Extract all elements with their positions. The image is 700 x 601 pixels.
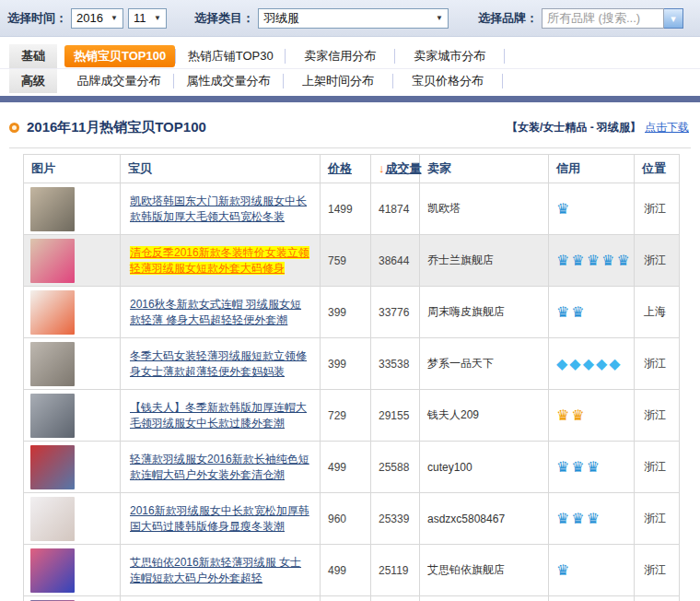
seller-name: 钱夫人209 — [427, 408, 479, 421]
credit-cell: ♛♛ — [549, 596, 635, 601]
tabs-area: 基础 热销宝贝TOP100 热销店铺TOP30 卖家信用分布 卖家城市分布 高级… — [0, 43, 700, 102]
item-image-cell — [24, 338, 121, 390]
year-select-value: 2016 — [76, 11, 103, 25]
download-link[interactable]: 点击下载 — [645, 120, 689, 136]
table-row: 冬季大码女装轻薄羽绒服短款立领修身女士薄款超薄轻便外套妈妈装 399 33538… — [24, 338, 680, 390]
tab-brand-volume-distribution[interactable]: 品牌成交量分布 — [64, 70, 173, 92]
seller-name: 乔士兰旗舰店 — [427, 253, 494, 266]
seller-name: 凯欧塔 — [427, 202, 461, 215]
seller-name: 艾思铂依旗舰店 — [427, 563, 505, 576]
year-select[interactable]: 2016 ▼ — [71, 8, 123, 29]
table-header-row: 图片 宝贝 价格 ↓成交量 卖家 信用 位置 — [24, 155, 680, 183]
tab-seller-credit-distribution[interactable]: 卖家信用分布 — [286, 45, 394, 67]
basic-tab-row: 基础 热销宝贝TOP100 热销店铺TOP30 卖家信用分布 卖家城市分布 — [0, 43, 700, 68]
item-thumbnail[interactable] — [30, 497, 75, 541]
tab-group-basic-label: 基础 — [9, 44, 57, 68]
item-location: 浙江 — [644, 408, 666, 421]
crown-blue-icon: ♛ — [556, 511, 569, 526]
items-table: 图片 宝贝 价格 ↓成交量 卖家 信用 位置 凯欧塔韩国东大门新款羽绒服女中长款… — [23, 154, 680, 601]
location-cell: 浙江 — [635, 545, 680, 596]
crown-blue-icon: ♛ — [601, 253, 614, 268]
item-sales-cell: 25588 — [371, 442, 420, 493]
item-price: 960 — [328, 513, 346, 525]
item-title-link[interactable]: 冬季大码女装轻薄羽绒服短款立领修身女士薄款超薄轻便外套妈妈装 — [130, 349, 307, 378]
orange-bullet-icon — [9, 123, 19, 133]
item-image-cell — [24, 545, 121, 596]
item-title-link[interactable]: 艾思铂依2016新款轻薄羽绒服 女士连帽短款大码户外外套超轻 — [130, 556, 301, 584]
credit-cell: ♛ — [549, 545, 635, 596]
tab-group-advanced-label: 高级 — [9, 69, 57, 93]
item-thumbnail[interactable] — [30, 548, 75, 593]
tab-hot-items-top100[interactable]: 热销宝贝TOP100 — [64, 45, 175, 67]
tab-seller-city-distribution[interactable]: 卖家城市分布 — [395, 45, 504, 67]
item-price-cell: 759 — [321, 235, 371, 287]
item-thumbnail[interactable] — [30, 394, 75, 438]
crown-gold-icon: ♛ — [571, 407, 584, 423]
item-image-cell — [24, 183, 121, 235]
item-title-link[interactable]: 2016新款羽绒服女中长款宽松加厚韩国大码过膝韩版修身显瘦冬装潮 — [130, 504, 309, 533]
item-price-cell: 1499 — [321, 183, 371, 235]
col-header-image: 图片 — [24, 155, 121, 183]
filter-bar: 选择时间： 2016 ▼ 11 ▼ 选择类目： 羽绒服 ▼ 选择品牌： ▾ — [0, 0, 700, 37]
brand-combobox: ▾ — [542, 8, 683, 29]
item-thumbnail[interactable] — [30, 342, 75, 386]
tab-listing-time-distribution[interactable]: 上架时间分布 — [284, 70, 392, 92]
item-thumbnail[interactable] — [30, 187, 75, 231]
item-price: 399 — [328, 358, 346, 371]
brand-dropdown-button[interactable]: ▾ — [664, 8, 683, 29]
item-price-cell: 499 — [321, 442, 371, 493]
location-cell — [635, 596, 680, 601]
price-sort-link[interactable]: 价格 — [328, 161, 352, 175]
month-select-value: 11 — [134, 11, 146, 25]
tab-attribute-volume-distribution[interactable]: 属性成交量分布 — [174, 70, 283, 92]
month-select[interactable]: 11 ▼ — [128, 8, 167, 29]
tab-hot-shops-top30[interactable]: 热销店铺TOP30 — [176, 45, 285, 67]
section-divider — [9, 147, 691, 148]
category-select-value: 羽绒服 — [263, 10, 299, 27]
item-price: 729 — [328, 409, 346, 422]
diamond-blue-icon: ◆ — [569, 356, 580, 371]
crown-blue-icon: ♛ — [556, 459, 569, 475]
item-location: 浙江 — [644, 357, 666, 370]
item-title-link[interactable]: 轻薄款羽绒服女2016新款长袖纯色短款连帽大码户外女装外套清仓潮 — [130, 453, 309, 481]
item-title-cell: 凯欧塔韩国东大门新款羽绒服女中长款韩版加厚大毛领大码宽松冬装 — [121, 183, 321, 235]
item-price: 499 — [328, 564, 346, 577]
col-header-sales: ↓成交量 — [371, 155, 420, 183]
item-sales-cell: 33776 — [371, 287, 420, 338]
seller-cell — [420, 596, 549, 601]
category-select[interactable]: 羽绒服 ▼ — [258, 8, 449, 29]
crown-blue-icon: ♛ — [571, 253, 584, 268]
item-thumbnail[interactable] — [30, 290, 75, 335]
item-image-cell — [24, 442, 121, 493]
item-title-cell: 轻薄款羽绒服女2016新款长袖纯色短款连帽大码户外女装外套清仓潮 — [121, 442, 321, 493]
brand-search-input[interactable] — [542, 8, 664, 29]
item-location: 浙江 — [644, 253, 666, 266]
credit-cell: ♛♛♛ — [549, 493, 635, 545]
sales-sort-link[interactable]: 成交量 — [386, 161, 422, 175]
items-table-wrap: 图片 宝贝 价格 ↓成交量 卖家 信用 位置 凯欧塔韩国东大门新款羽绒服女中长款… — [23, 154, 700, 601]
item-title-link[interactable]: 【钱夫人】冬季新款韩版加厚连帽大毛领羽绒服女中长款过膝外套潮 — [130, 401, 307, 430]
page-title: 2016年11月热销宝贝TOP100 — [27, 119, 206, 136]
item-thumbnail[interactable] — [30, 445, 75, 489]
credit-cell: ♛♛ — [549, 287, 635, 338]
item-sales: 41874 — [379, 203, 409, 216]
crown-blue-icon: ♛ — [571, 459, 584, 475]
item-title-cell: 艾思铂依2016新款轻薄羽绒服 女士连帽短款大码户外外套超轻 — [121, 545, 321, 596]
diamond-blue-icon: ◆ — [583, 356, 594, 371]
item-thumbnail[interactable] — [30, 239, 75, 283]
tab-separator — [504, 49, 505, 64]
table-row: 【钱夫人】冬季新款韩版加厚连帽大毛领羽绒服女中长款过膝外套潮 729 29155… — [24, 390, 680, 442]
item-title-link[interactable]: 2016秋冬新款女式连帽 羽绒服女短款轻薄 修身大码超轻轻便外套潮 — [130, 298, 301, 326]
item-title-cell: 清仓反季2016新款冬装特价女装立领轻薄羽绒服女短款外套大码修身 — [121, 235, 321, 287]
category-filter-label: 选择类目： — [194, 10, 254, 27]
diamond-blue-icon: ◆ — [609, 356, 620, 371]
item-title-link[interactable]: 清仓反季2016新款冬装特价女装立领轻薄羽绒服女短款外套大码修身 — [130, 246, 309, 275]
item-price: 499 — [328, 461, 346, 474]
item-location: 浙江 — [644, 202, 666, 215]
tab-item-price-distribution[interactable]: 宝贝价格分布 — [393, 70, 502, 92]
crown-gold-icon: ♛ — [556, 407, 569, 423]
chevron-down-icon: ▾ — [671, 13, 676, 24]
item-title-link[interactable]: 凯欧塔韩国东大门新款羽绒服女中长款韩版加厚大毛领大码宽松冬装 — [130, 194, 307, 223]
item-sales-cell: 25119 — [371, 545, 420, 596]
table-row: 2016秋冬新款女式连帽 羽绒服女短款轻薄 修身大码超轻轻便外套潮 399 33… — [24, 287, 680, 338]
